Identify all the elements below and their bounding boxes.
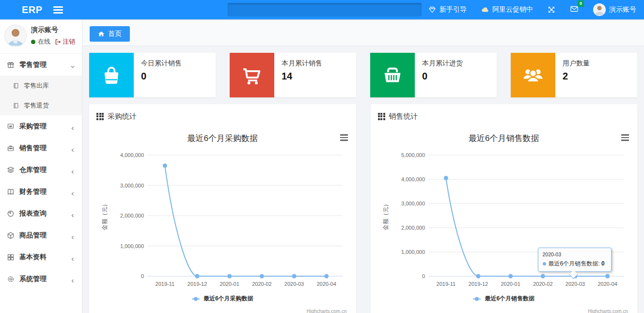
svg-text:0: 0 [141,273,144,279]
legend-item[interactable]: 最近6个月销售数据 [378,295,630,303]
user-menu[interactable]: 演示账号 [593,3,636,16]
svg-text:1,000,000: 1,000,000 [120,243,144,249]
users-icon [511,53,555,97]
svg-text:5,000,000: 5,000,000 [401,152,425,158]
exchange-icon [7,123,15,130]
gear-icon [7,275,15,283]
chevron-left-icon [70,146,75,151]
highcharts-credits-link[interactable]: Highcharts.com.cn [588,309,628,313]
sidebar-item-label: 商品管理 [19,231,65,240]
sidebar-menu: 零售管理 零售出库 [0,54,82,290]
guide-menu-item[interactable]: 新手引导 [428,5,467,14]
basket-icon [370,53,415,97]
tooltip-value: 0 [601,260,605,267]
svg-text:2,000,000: 2,000,000 [401,225,425,231]
sidebar-item-reports[interactable]: 报表查询 [0,203,82,224]
stat-value: 0 [141,71,182,82]
online-status-icon [31,40,35,44]
chevron-left-icon [70,189,75,194]
series-dot-icon [543,262,546,266]
stat-card-user-count[interactable]: 用户数量 2 [511,53,637,97]
legend-marker-icon [473,298,481,299]
fullscreen-button[interactable] [548,6,555,14]
search-input[interactable] [228,3,422,16]
svg-text:4,000,000: 4,000,000 [401,176,425,182]
briefcase-icon [7,144,15,152]
panel-title: 销售统计 [389,112,418,121]
sidebar-user-name: 演示账号 [31,26,75,34]
svg-text:2020-01: 2020-01 [501,281,520,287]
svg-text:2019-11: 2019-11 [437,281,456,287]
journal-icon [13,82,19,89]
svg-text:2019-11: 2019-11 [155,281,174,287]
stat-label: 用户数量 [563,59,590,68]
envelope-icon [570,6,579,14]
sidebar-item-warehouse[interactable]: 仓库管理 [0,159,82,181]
chart-title: 最近6个月销售数据 [378,126,630,149]
stat-card-today-sales[interactable]: 今日累计销售 0 [89,53,216,97]
purchase-stats-panel: 采购统计 最近6个月采购数据 01,000,0002,000,0003,000,… [89,104,356,313]
stat-value: 14 [282,71,322,82]
sidebar-item-goods[interactable]: 商品管理 [0,224,82,246]
svg-text:2,000,000: 2,000,000 [120,213,144,219]
svg-text:2020-04: 2020-04 [598,281,617,287]
sidebar-item-retail-outbound[interactable]: 零售出库 [0,76,82,95]
top-navbar: ERP 新手引导 阿里云促销中 0 [0,0,644,19]
sidebar-item-purchase[interactable]: 采购管理 [0,115,82,137]
tooltip-date: 2020-03 [543,251,607,257]
cube-icon [7,232,15,239]
svg-text:金额（元）: 金额（元） [101,201,108,231]
sidebar: 演示账号 在线 注销 零售管理 [0,19,82,313]
svg-text:3,000,000: 3,000,000 [401,201,425,206]
svg-text:2019-12: 2019-12 [188,281,207,287]
stat-cards: 今日累计销售 0 本月累计销售 14 本月累计进货 0 [82,46,644,104]
sidebar-item-basic-data[interactable]: 基本资料 [0,246,82,268]
stat-value: 0 [422,71,463,82]
panel-title: 采购统计 [108,112,137,121]
promo-label: 阿里云促销中 [492,5,533,14]
svg-text:0: 0 [422,273,425,279]
shopping-bag-icon [89,53,134,97]
logout-link[interactable]: 注销 [55,37,75,46]
sidebar-item-retail-return[interactable]: 零售退货 [0,95,82,115]
chart-title: 最近6个月采购数据 [96,126,349,149]
chevron-left-icon [70,277,75,282]
legend-item[interactable]: 最近6个月采购数据 [96,295,349,303]
home-icon [98,31,105,37]
shopping-cart-icon [230,53,274,97]
stat-card-month-purchase[interactable]: 本月累计进货 0 [370,53,497,97]
th-grid-icon [378,113,385,120]
journal-icon [13,102,19,109]
sidebar-item-finance[interactable]: 财务管理 [0,181,82,203]
svg-text:2020-01: 2020-01 [220,281,239,287]
guide-label: 新手引导 [440,5,467,14]
brand-logo[interactable]: ERP [22,4,43,16]
sidebar-item-retail[interactable]: 零售管理 [0,54,82,76]
sales-chart: 最近6个月销售数据 01,000,0002,000,0003,000,0004,… [378,126,630,313]
open-book-icon [7,188,15,196]
legend-marker-icon [192,298,200,299]
highcharts-credits-link[interactable]: Highcharts.com.cn [307,309,347,313]
sidebar-item-label: 基本资料 [19,253,65,262]
stat-label: 今日累计销售 [141,59,182,68]
stat-card-month-sales[interactable]: 本月累计销售 14 [230,53,356,97]
tab-home[interactable]: 首页 [90,26,130,42]
stat-label: 本月累计进货 [422,59,463,68]
main-content: 首页 今日累计销售 0 本月累计销售 14 [82,19,644,313]
promo-menu-item[interactable]: 阿里云促销中 [481,5,533,14]
sidebar-item-sales[interactable]: 销售管理 [0,137,82,159]
sidebar-item-label: 系统管理 [19,275,65,283]
stat-value: 2 [563,71,590,82]
grid-icon [7,253,15,261]
sidebar-item-system[interactable]: 系统管理 [0,268,82,290]
mail-button[interactable]: 0 [570,5,579,15]
sidebar-toggle-button[interactable] [53,6,63,14]
online-status-label: 在线 [38,37,50,46]
chart-context-menu-button[interactable] [340,134,348,141]
user-name: 演示账号 [609,5,636,14]
breadcrumb: 首页 [82,19,644,46]
chevron-left-icon [70,255,75,260]
sidebar-avatar [5,25,26,47]
sidebar-item-label: 销售管理 [19,144,65,153]
chart-context-menu-button[interactable] [621,134,629,141]
